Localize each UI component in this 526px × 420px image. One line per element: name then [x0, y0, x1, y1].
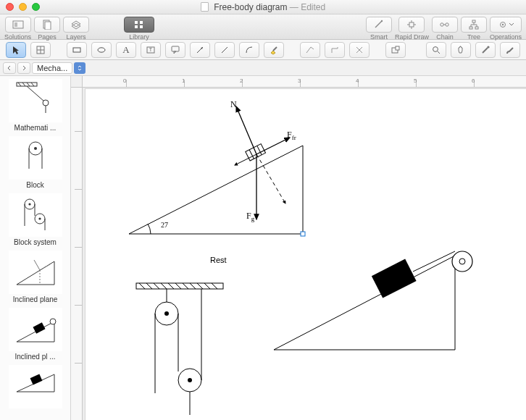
stencil-block-system[interactable]: Block system [4, 192, 67, 246]
svg-point-18 [446, 23, 448, 26]
dimension-icon [305, 45, 315, 55]
tree-icon [468, 20, 480, 30]
nav-back-button[interactable] [3, 62, 16, 74]
layers-button[interactable] [63, 17, 89, 33]
grid-tool[interactable] [30, 42, 51, 58]
svg-line-100 [190, 283, 196, 289]
text-tool[interactable]: A [116, 42, 136, 58]
svg-line-86 [236, 106, 256, 154]
svg-line-58 [31, 83, 34, 86]
window-title: Free-body diagram — Edited [0, 2, 526, 12]
window-titlebar: Free-body diagram — Edited [0, 0, 526, 14]
brush-button[interactable] [500, 42, 520, 58]
rapid-draw-label: Rapid Draw [395, 33, 429, 41]
svg-point-50 [433, 46, 438, 51]
stencil-inclined-plane[interactable]: Inclined plane [4, 249, 67, 303]
stencil-label: Mathemati ... [4, 124, 67, 132]
pointer-icon [11, 45, 21, 55]
svg-line-10 [375, 21, 382, 28]
tree-button[interactable] [461, 17, 487, 33]
svg-line-102 [204, 283, 210, 289]
insert-object-tool[interactable] [385, 42, 406, 58]
library-group: Library [124, 17, 154, 41]
view-tools [426, 42, 520, 58]
pointer-tool[interactable] [6, 42, 26, 58]
ruler-corner [71, 76, 83, 88]
crop-tool[interactable] [349, 42, 370, 58]
operations-label: Operations [490, 33, 522, 41]
arrow-tool[interactable] [190, 42, 210, 58]
rectangle-icon [72, 45, 82, 55]
library-dropdown[interactable] [74, 62, 85, 74]
stencil-inclined-loaded[interactable]: Inclined pl ... [4, 306, 67, 361]
library-label: Library [129, 33, 149, 41]
crop-icon [354, 45, 364, 55]
ruler-vertical[interactable] [71, 88, 83, 420]
pan-button[interactable] [451, 42, 471, 58]
svg-line-115 [413, 251, 455, 272]
curve-icon [244, 45, 254, 55]
zoom-window-button[interactable] [32, 3, 40, 11]
stencil-mathematical[interactable]: Mathemati ... [4, 77, 67, 132]
rect-shape-tool[interactable] [67, 42, 87, 58]
eyedropper-button[interactable] [475, 42, 496, 58]
drawing-page[interactable]: N Ffr Fg 27 Rest [85, 89, 526, 420]
label-gravity: Fg [246, 211, 254, 222]
svg-point-67 [28, 203, 30, 205]
svg-text:T: T [149, 47, 153, 52]
svg-line-57 [27, 83, 30, 86]
textbox-tool[interactable]: T [141, 42, 161, 58]
solutions-button[interactable] [5, 17, 31, 33]
svg-line-95 [154, 283, 159, 289]
main-toolbar: Solutions Pages Layers Library Smart Rap… [0, 14, 526, 40]
label-friction: Ffr [287, 130, 296, 141]
ellipse-shape-tool[interactable] [91, 42, 112, 58]
stencil-block[interactable]: Block [4, 135, 67, 189]
stencil-inclined-loaded-2[interactable] [4, 364, 67, 410]
operations-group: Operations [490, 17, 522, 41]
chain-icon [439, 20, 451, 30]
smart-button[interactable] [366, 17, 392, 33]
svg-rect-12 [409, 22, 414, 27]
line-tool[interactable] [214, 42, 235, 58]
svg-line-88 [235, 154, 256, 165]
svg-line-93 [139, 283, 145, 289]
layers-label: Layers [67, 33, 86, 41]
edited-indicator: — Edited [290, 2, 325, 12]
svg-point-11 [381, 20, 383, 22]
ruler-horizontal[interactable]: 0 1 2 3 4 5 6 [83, 76, 526, 88]
library-icon [133, 20, 145, 30]
search-button[interactable] [426, 42, 446, 58]
svg-line-41 [222, 47, 227, 53]
stencil-thumb [9, 136, 62, 180]
svg-marker-29 [13, 46, 19, 54]
svg-line-59 [27, 86, 44, 101]
pages-button[interactable] [34, 17, 60, 33]
curve-tool[interactable] [239, 42, 259, 58]
svg-rect-37 [172, 46, 179, 51]
svg-line-55 [18, 83, 21, 86]
svg-line-103 [212, 283, 217, 289]
svg-line-56 [22, 83, 25, 86]
svg-rect-3 [45, 22, 51, 30]
svg-point-117 [459, 259, 465, 264]
nav-forward-button[interactable] [17, 62, 30, 74]
callout-tool[interactable] [165, 42, 185, 58]
operations-button[interactable] [490, 17, 522, 33]
minimize-window-button[interactable] [19, 3, 27, 11]
library-breadcrumb[interactable]: Mecha... [32, 62, 72, 74]
highlighter-tool[interactable] [264, 42, 284, 58]
canvas-area: 0 1 2 3 4 5 6 [71, 76, 526, 420]
svg-line-51 [438, 51, 440, 54]
chain-button[interactable] [432, 17, 458, 33]
dimension-tool[interactable] [300, 42, 320, 58]
close-window-button[interactable] [6, 3, 14, 11]
library-button[interactable] [124, 17, 154, 33]
tree-label: Tree [467, 33, 480, 41]
connector-icon [330, 45, 340, 55]
connector-tool[interactable] [325, 42, 345, 58]
gear-icon [497, 20, 509, 30]
layers-icon [70, 20, 82, 30]
rapid-draw-button[interactable] [398, 17, 425, 33]
svg-line-44 [306, 47, 311, 53]
